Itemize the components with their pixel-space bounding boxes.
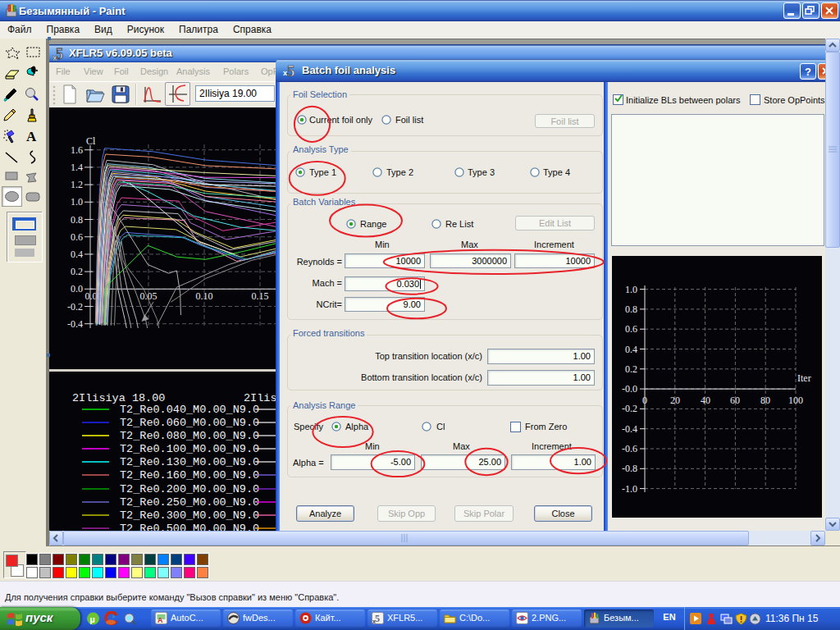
svg-text:2Ilisiya 18.00: 2Ilisiya 18.00 — [72, 392, 165, 404]
svg-text:0.2: 0.2 — [625, 363, 637, 375]
svg-text:A: A — [158, 616, 163, 624]
svg-text:T2_Re0.060_M0.00_N9.0: T2_Re0.060_M0.00_N9.0 — [120, 417, 259, 429]
svg-text:-0.8: -0.8 — [622, 463, 637, 474]
svg-text:T2_Re0.500_M0.00_N9.0: T2_Re0.500_M0.00_N9.0 — [120, 523, 259, 531]
svg-text:0.8: 0.8 — [625, 304, 637, 315]
svg-text:-1.0: -1.0 — [622, 483, 637, 495]
svg-text:-0.4: -0.4 — [67, 318, 83, 330]
svg-text:T2_Re0.040_M0.00_N9.0: T2_Re0.040_M0.00_N9.0 — [120, 404, 259, 416]
svg-text:-0.6: -0.6 — [622, 443, 637, 454]
svg-text:100: 100 — [788, 395, 803, 406]
svg-text:Iter: Iter — [797, 372, 811, 384]
svg-text:0.4: 0.4 — [71, 249, 83, 260]
svg-text:0.4: 0.4 — [625, 344, 637, 355]
svg-text:1.4: 1.4 — [71, 162, 83, 173]
svg-text:-0.0: -0.0 — [622, 383, 637, 395]
svg-text:x: x — [283, 69, 287, 77]
svg-text:-0.2: -0.2 — [622, 403, 637, 414]
svg-text:0.6: 0.6 — [625, 323, 637, 335]
svg-text:T2_Re0.250_M0.00_N9.0: T2_Re0.250_M0.00_N9.0 — [120, 496, 259, 509]
svg-text:T2_Re0.160_M0.00_N9.0: T2_Re0.160_M0.00_N9.0 — [120, 469, 259, 482]
svg-text:A: A — [26, 129, 37, 144]
svg-text:5: 5 — [287, 62, 295, 80]
svg-text:x: x — [52, 53, 57, 62]
svg-text:-0.2: -0.2 — [67, 301, 83, 313]
svg-text:1.2: 1.2 — [71, 179, 83, 190]
svg-text:x: x — [372, 619, 376, 624]
svg-text:20: 20 — [670, 395, 680, 406]
svg-text:T2_Re0.200_M0.00_N9.0: T2_Re0.200_M0.00_N9.0 — [120, 483, 259, 495]
svg-text:1.0: 1.0 — [71, 196, 83, 208]
svg-text:40: 40 — [701, 395, 710, 406]
svg-text:Cl: Cl — [86, 135, 96, 147]
svg-text:T2_Re0.100_M0.00_N9.0: T2_Re0.100_M0.00_N9.0 — [120, 443, 259, 455]
svg-text:0.8: 0.8 — [71, 214, 83, 226]
svg-text:0.2: 0.2 — [71, 266, 83, 277]
svg-text:80: 80 — [760, 395, 770, 406]
svg-text:0: 0 — [642, 395, 647, 406]
svg-text:T2_Re0.080_M0.00_N9.0: T2_Re0.080_M0.00_N9.0 — [120, 430, 259, 442]
svg-text:0.0: 0.0 — [71, 283, 83, 294]
svg-text:1.0: 1.0 — [625, 284, 637, 295]
svg-text:0.6: 0.6 — [71, 231, 83, 243]
svg-text:0.10: 0.10 — [196, 290, 213, 302]
svg-text:60: 60 — [730, 395, 740, 406]
svg-text:1.6: 1.6 — [71, 144, 83, 156]
svg-text:?: ? — [805, 66, 811, 78]
svg-text:µ: µ — [90, 614, 95, 624]
svg-text:2Ilis: 2Ilis — [244, 392, 276, 404]
svg-text:-0.4: -0.4 — [622, 423, 637, 435]
svg-text:T2_Re0.300_M0.00_N9.0: T2_Re0.300_M0.00_N9.0 — [120, 509, 259, 522]
svg-text:T2_Re0.130_M0.00_N9.0: T2_Re0.130_M0.00_N9.0 — [120, 456, 259, 468]
svg-text:0.15: 0.15 — [252, 290, 269, 302]
